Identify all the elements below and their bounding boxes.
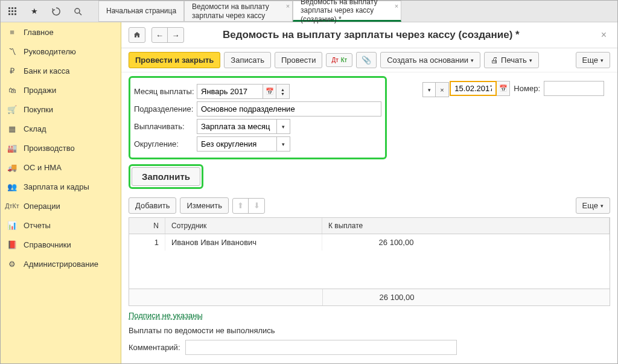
close-page-button[interactable]: × — [597, 30, 610, 40]
tab-list[interactable]: Ведомости на выплату зарплаты через касс… — [184, 1, 293, 22]
comment-input[interactable] — [185, 340, 457, 355]
dept-input[interactable] — [197, 101, 381, 117]
sidebar-item-production[interactable]: 🏭Производство — [1, 138, 121, 158]
svg-rect-0 — [8, 7, 10, 9]
dk-button[interactable]: ДтКт — [326, 53, 352, 67]
post-and-close-button[interactable]: Провести и закрыть — [129, 52, 220, 68]
factory-icon: 🏭 — [7, 142, 18, 153]
forward-button[interactable]: → — [168, 28, 183, 42]
attach-button[interactable]: 📎 — [356, 52, 377, 68]
button-label: Еще — [582, 201, 598, 210]
add-button[interactable]: Добавить — [129, 197, 176, 214]
sidebar-item-sales[interactable]: 🛍Продажи — [1, 80, 121, 100]
table-toolbar: Добавить Изменить ⬆ ⬇ Еще ▾ — [129, 194, 610, 217]
sidebar-label: Справочники — [24, 240, 71, 249]
move-down-button[interactable]: ⬇ — [249, 199, 264, 213]
page-header: ← → Ведомость на выплату зарплаты через … — [121, 22, 617, 48]
sidebar-item-admin[interactable]: ⚙Администрирование — [1, 254, 121, 273]
employee-table: N Сотрудник К выплате 1 Иванов Иван Иван… — [129, 217, 610, 306]
round-input[interactable] — [197, 136, 277, 152]
date-input[interactable] — [450, 81, 497, 96]
sidebar-item-payroll[interactable]: 👥Зарплата и кадры — [1, 177, 121, 196]
tab-document[interactable]: Ведомость на выплату зарплаты через касс… — [293, 1, 401, 22]
sidebar-item-purchases[interactable]: 🛒Покупки — [1, 100, 121, 119]
dept-dropdown[interactable]: ▾ — [422, 82, 436, 97]
sidebar-label: Продажи — [24, 86, 56, 95]
month-label: Месяц выплаты: — [134, 87, 197, 96]
date-picker-icon[interactable]: 📅 — [497, 81, 510, 96]
sidebar-label: Главное — [24, 28, 54, 37]
svg-rect-8 — [14, 13, 16, 15]
svg-point-9 — [75, 8, 80, 13]
paytype-label: Выплачивать: — [134, 122, 197, 131]
sidebar-item-manager[interactable]: 〽Руководителю — [1, 42, 121, 61]
calendar-icon[interactable]: 📅 — [263, 84, 276, 99]
star-icon[interactable]: ★ — [27, 4, 42, 19]
more-button[interactable]: Еще ▾ — [576, 52, 610, 68]
dept-clear[interactable]: × — [436, 82, 449, 97]
col-employee: Сотрудник — [165, 218, 322, 234]
highlighted-form-group: Месяц выплаты: 📅 ▲▼ Подразделение: — [129, 76, 387, 159]
ruble-icon: ₽ — [7, 65, 18, 76]
back-button[interactable]: ← — [152, 28, 168, 42]
sidebar-item-reports[interactable]: 📊Отчеты — [1, 216, 121, 235]
tab-label: Ведомость на выплату зарплаты через касс… — [301, 0, 393, 24]
dk-icon: ДтКт — [7, 200, 18, 211]
round-dropdown[interactable]: ▾ — [277, 136, 290, 152]
month-spinner[interactable]: ▲▼ — [276, 84, 290, 99]
menu-icon: ≡ — [7, 27, 18, 37]
sidebar-item-bank[interactable]: ₽Банк и касса — [1, 61, 121, 80]
sidebar-item-warehouse[interactable]: ▦Склад — [1, 119, 121, 138]
fill-button[interactable]: Заполнить — [132, 167, 200, 186]
signatures-link[interactable]: Подписи не указаны — [129, 311, 203, 320]
cell-n: 1 — [129, 234, 165, 251]
svg-rect-3 — [8, 10, 10, 12]
post-button[interactable]: Провести — [275, 52, 323, 68]
history-icon[interactable] — [49, 4, 63, 19]
month-input[interactable] — [197, 84, 263, 99]
sidebar-label: Производство — [24, 144, 75, 153]
truck-icon: 🚚 — [7, 162, 18, 173]
tab-label: Начальная страница — [106, 7, 176, 15]
chart-icon: 〽 — [7, 46, 18, 57]
create-based-button[interactable]: Создать на основании ▾ — [380, 52, 480, 68]
print-button[interactable]: 🖨 Печать ▾ — [484, 52, 539, 68]
table-total: 26 100,00 — [322, 289, 610, 305]
svg-rect-6 — [8, 13, 10, 15]
cell-employee: Иванов Иван Иванович — [165, 234, 322, 251]
table-row[interactable]: 1 Иванов Иван Иванович 26 100,00 — [129, 234, 610, 251]
tab-home[interactable]: Начальная страница — [98, 1, 184, 22]
dept-label: Подразделение: — [134, 104, 197, 113]
sidebar-label: Покупки — [24, 105, 53, 114]
round-label: Округление: — [134, 139, 197, 148]
home-button[interactable] — [129, 27, 145, 43]
sidebar-label: Руководителю — [24, 47, 76, 56]
book-icon: 📕 — [7, 239, 18, 250]
svg-rect-7 — [11, 13, 13, 15]
col-pay: К выплате — [322, 218, 610, 234]
move-up-button[interactable]: ⬆ — [233, 199, 249, 213]
sidebar-item-main[interactable]: ≡Главное — [1, 22, 121, 42]
sidebar-label: ОС и НМА — [24, 163, 62, 172]
sidebar-item-assets[interactable]: 🚚ОС и НМА — [1, 158, 121, 177]
save-button[interactable]: Записать — [224, 52, 271, 68]
svg-rect-5 — [14, 10, 16, 12]
paytype-dropdown[interactable]: ▾ — [277, 119, 290, 134]
number-input[interactable] — [544, 81, 604, 96]
sidebar-item-catalogs[interactable]: 📕Справочники — [1, 235, 121, 254]
sidebar-label: Склад — [24, 124, 46, 133]
sidebar-item-operations[interactable]: ДтКтОперации — [1, 196, 121, 216]
close-icon[interactable]: × — [395, 2, 398, 10]
edit-button[interactable]: Изменить — [180, 197, 229, 214]
table-more-button[interactable]: Еще ▾ — [576, 197, 610, 214]
col-n: N — [129, 218, 165, 234]
payment-status: Выплаты по ведомости не выполнялись — [129, 326, 610, 335]
page-title: Ведомость на выплату зарплаты через касс… — [193, 29, 597, 41]
close-icon[interactable]: × — [286, 2, 290, 10]
search-icon[interactable] — [71, 4, 85, 19]
sidebar-label: Зарплата и кадры — [24, 182, 89, 191]
apps-icon[interactable] — [5, 4, 20, 19]
paytype-input[interactable] — [197, 119, 277, 134]
sidebar: ≡Главное 〽Руководителю ₽Банк и касса 🛍Пр… — [1, 22, 121, 363]
svg-rect-2 — [14, 7, 16, 9]
